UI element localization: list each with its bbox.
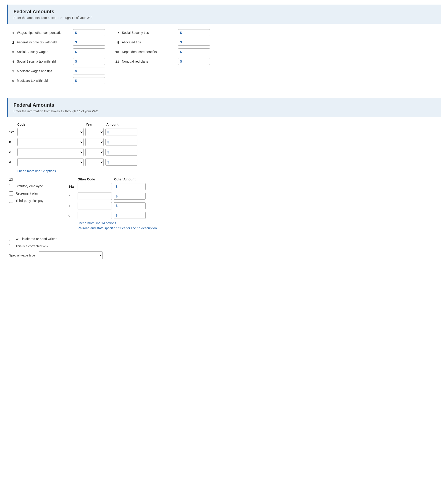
amount-12d[interactable] bbox=[111, 159, 134, 165]
amount-input-c[interactable]: $ bbox=[105, 149, 137, 156]
corrected-w2-row: This is a corrected W-2 bbox=[9, 244, 439, 248]
section2-header: Federal Amounts Enter the information fr… bbox=[7, 98, 441, 117]
other-code-14d[interactable] bbox=[78, 212, 112, 219]
amount-12a[interactable] bbox=[111, 129, 134, 135]
field-row-7: 7 Social Security tips $ bbox=[114, 29, 210, 36]
box12-table: Code Year Amount 12a $ b $ c $ d bbox=[9, 123, 439, 173]
input-5[interactable] bbox=[79, 68, 102, 74]
dollar-sign-7: $ bbox=[178, 30, 184, 36]
field-number-2: 2 bbox=[9, 40, 14, 44]
dollar-input-8[interactable]: $ bbox=[178, 39, 210, 46]
other-amount-14b-input[interactable]: $ bbox=[114, 193, 146, 200]
w2-altered-checkbox[interactable] bbox=[9, 237, 13, 241]
box12-row-label-a: 12a bbox=[9, 130, 17, 134]
input-2[interactable] bbox=[79, 39, 102, 45]
other-amount-14b[interactable] bbox=[119, 193, 142, 199]
dollar-input-3[interactable]: $ bbox=[73, 48, 105, 55]
code-select-c[interactable] bbox=[17, 148, 84, 156]
field-number-6: 6 bbox=[9, 79, 14, 83]
dollar-sign-8: $ bbox=[178, 39, 184, 45]
box12-row-d: d $ bbox=[9, 158, 439, 166]
dollar-sign-14d: $ bbox=[114, 212, 119, 219]
special-wage-row: Special wage type bbox=[9, 252, 439, 259]
other-amount-14a[interactable] bbox=[119, 183, 142, 190]
dollar-input-1[interactable]: $ bbox=[73, 29, 105, 36]
railroad-link[interactable]: Railroad and state specific entries for … bbox=[78, 226, 160, 230]
field-number-3: 3 bbox=[9, 50, 14, 54]
special-wage-label: Special wage type bbox=[9, 253, 35, 257]
other-code-14a[interactable] bbox=[78, 183, 112, 190]
code-select-a[interactable] bbox=[17, 128, 84, 136]
box14: Other Code Other Amount 14a $ b $ c bbox=[68, 177, 160, 230]
dollar-input-10[interactable]: $ bbox=[178, 48, 210, 55]
box12-row-c: c $ bbox=[9, 148, 439, 156]
amount-input-d[interactable]: $ bbox=[105, 159, 137, 166]
box14-row-label-b: b bbox=[68, 194, 78, 198]
dollar-input-2[interactable]: $ bbox=[73, 39, 105, 46]
more-line12-link[interactable]: I need more line 12 options bbox=[17, 169, 56, 173]
section-divider bbox=[7, 91, 441, 91]
code-select-b[interactable] bbox=[17, 138, 84, 146]
amount-12b[interactable] bbox=[111, 139, 134, 145]
field-number-8: 8 bbox=[114, 40, 119, 44]
special-wage-select[interactable] bbox=[39, 252, 103, 259]
dollar-input-11[interactable]: $ bbox=[178, 58, 210, 65]
field-row-8: 8 Allocated tips $ bbox=[114, 39, 210, 46]
retirement-plan-label: Retirement plan bbox=[16, 192, 38, 195]
year-select-a[interactable] bbox=[85, 128, 104, 136]
third-party-sick-pay-checkbox[interactable] bbox=[9, 199, 13, 203]
dollar-input-7[interactable]: $ bbox=[178, 29, 210, 36]
input-11[interactable] bbox=[184, 58, 207, 65]
section2-subtitle: Enter the information from boxes 12 thro… bbox=[13, 109, 436, 113]
dollar-sign-12c: $ bbox=[106, 149, 111, 155]
corrected-w2-checkbox[interactable] bbox=[9, 244, 13, 248]
box12-header: Code Year Amount bbox=[9, 123, 439, 126]
statutory-employee-checkbox[interactable] bbox=[9, 184, 13, 188]
input-10[interactable] bbox=[184, 49, 207, 55]
other-code-14b[interactable] bbox=[78, 193, 112, 200]
year-select-b[interactable] bbox=[85, 138, 104, 146]
dollar-sign-1: $ bbox=[73, 30, 79, 36]
w2-altered-label: W-2 is altered or hand-written bbox=[16, 237, 57, 241]
bottom-section: W-2 is altered or hand-written This is a… bbox=[7, 237, 441, 259]
box14-row-b: b $ bbox=[68, 193, 160, 200]
other-amount-14a-input[interactable]: $ bbox=[114, 183, 146, 190]
box12-row-a: 12a $ bbox=[9, 128, 439, 136]
field-number-7: 7 bbox=[114, 31, 119, 35]
input-6[interactable] bbox=[79, 77, 102, 84]
retirement-plan-checkbox[interactable] bbox=[9, 191, 13, 195]
other-amount-14d-input[interactable]: $ bbox=[114, 212, 146, 219]
dollar-input-4[interactable]: $ bbox=[73, 58, 105, 65]
input-3[interactable] bbox=[79, 49, 102, 55]
dollar-input-5[interactable]: $ bbox=[73, 68, 105, 75]
more-line14-link[interactable]: I need more line 14 options bbox=[78, 221, 160, 225]
year-select-c[interactable] bbox=[85, 148, 104, 156]
field-label-4: Social Security tax withheld bbox=[17, 60, 70, 63]
other-amount-14c-input[interactable]: $ bbox=[114, 202, 146, 209]
amount-12c[interactable] bbox=[111, 149, 134, 155]
amount-input-b[interactable]: $ bbox=[105, 139, 137, 145]
other-amount-14d[interactable] bbox=[119, 212, 142, 219]
box12-row-label-b: b bbox=[9, 140, 17, 144]
dollar-sign-14c: $ bbox=[114, 203, 119, 209]
field-row-6: 6 Medicare tax withheld $ bbox=[9, 77, 105, 84]
input-4[interactable] bbox=[79, 58, 102, 65]
third-party-sick-pay-label: Third-party sick pay bbox=[16, 199, 43, 203]
year-select-d[interactable] bbox=[85, 158, 104, 166]
input-7[interactable] bbox=[184, 30, 207, 36]
other-code-14c[interactable] bbox=[78, 202, 112, 209]
code-select-d[interactable] bbox=[17, 158, 84, 166]
dollar-input-6[interactable]: $ bbox=[73, 77, 105, 84]
statutory-employee-row: Statutory employee bbox=[9, 184, 55, 188]
box14-row-label-d: d bbox=[68, 214, 78, 217]
col-code-header: Code bbox=[17, 123, 86, 126]
dollar-sign-14b: $ bbox=[114, 193, 119, 199]
amount-input-a[interactable]: $ bbox=[105, 129, 137, 135]
other-amount-14c[interactable] bbox=[119, 203, 142, 209]
field-row-10: 10 Dependent care benefits $ bbox=[114, 48, 210, 55]
input-8[interactable] bbox=[184, 39, 207, 45]
input-1[interactable] bbox=[79, 30, 102, 36]
field-row-2: 2 Federal income tax withheld $ bbox=[9, 39, 105, 46]
left-fields: 1 Wages, tips, other compensation $ 2 Fe… bbox=[9, 29, 105, 84]
statutory-employee-label: Statutory employee bbox=[16, 184, 43, 188]
